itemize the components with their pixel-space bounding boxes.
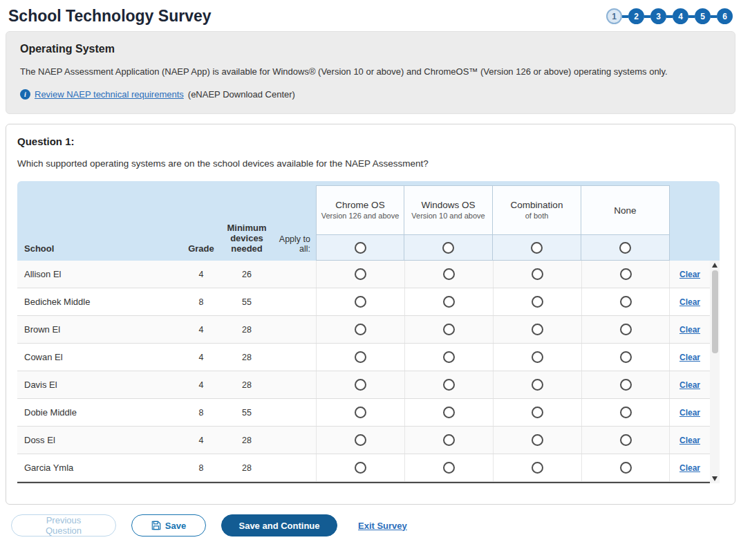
apply-to-all-cell xyxy=(316,235,404,261)
os-option-cell xyxy=(404,316,493,343)
os-option-cell xyxy=(581,454,670,481)
apply-to-all-radio[interactable] xyxy=(619,242,631,254)
option-header: Windows OS Version 10 and above xyxy=(404,185,493,235)
exit-survey-link[interactable]: Exit Survey xyxy=(358,521,407,531)
info-icon: i xyxy=(20,89,30,100)
school-name-cell: Dobie Middle xyxy=(17,407,180,418)
table-row: Davis El 4 28 Clear xyxy=(17,371,710,399)
scroll-up-icon[interactable] xyxy=(712,263,717,268)
info-panel-body: The NAEP Assessment Application (NAEP Ap… xyxy=(20,66,721,77)
devices-needed-cell: 28 xyxy=(222,353,272,362)
technical-requirements-link[interactable]: Review NAEP technical requirements xyxy=(35,89,184,100)
clear-link[interactable]: Clear xyxy=(679,353,700,362)
os-radio[interactable] xyxy=(355,296,366,308)
os-radio[interactable] xyxy=(443,296,455,308)
table-scrollbar[interactable] xyxy=(710,261,720,483)
clear-cell: Clear xyxy=(670,407,710,418)
os-radio[interactable] xyxy=(532,407,543,418)
save-button[interactable]: Save xyxy=(131,514,206,536)
devices-needed-cell: 28 xyxy=(222,463,272,473)
os-radio[interactable] xyxy=(532,351,543,363)
os-option-cell xyxy=(316,454,404,481)
table-row: Allison El 4 26 Clear xyxy=(17,261,710,288)
option-columns: Chrome OS Version 126 and above Windows … xyxy=(316,185,670,261)
option-subtitle: Version 10 and above xyxy=(411,212,485,221)
devices-needed-cell: 55 xyxy=(222,297,272,307)
os-radio[interactable] xyxy=(443,324,455,335)
clear-link[interactable]: Clear xyxy=(679,408,700,418)
os-radio[interactable] xyxy=(620,407,632,418)
os-radio[interactable] xyxy=(620,379,632,391)
grade-cell: 8 xyxy=(180,408,222,418)
step-2[interactable]: 2 xyxy=(628,8,644,24)
os-radio[interactable] xyxy=(355,434,366,446)
scroll-thumb[interactable] xyxy=(712,270,718,353)
apply-to-all-radio[interactable] xyxy=(355,242,366,254)
option-column: None xyxy=(581,185,670,261)
clear-link[interactable]: Clear xyxy=(679,463,700,473)
option-title: Chrome OS xyxy=(335,200,384,210)
os-option-cell xyxy=(581,261,670,288)
os-radio[interactable] xyxy=(355,268,366,280)
os-radio[interactable] xyxy=(532,296,543,308)
os-radio[interactable] xyxy=(532,434,543,446)
os-radio[interactable] xyxy=(443,462,455,474)
os-radio[interactable] xyxy=(620,296,632,308)
apply-to-all-cell xyxy=(404,235,493,261)
apply-to-all-radio[interactable] xyxy=(531,242,543,254)
stepper: 123456 xyxy=(606,8,733,24)
os-option-cell xyxy=(493,261,581,288)
step-3[interactable]: 3 xyxy=(650,8,666,24)
os-radio[interactable] xyxy=(355,379,366,391)
os-radio[interactable] xyxy=(532,379,543,391)
header-devices: Minimum devices needed xyxy=(222,185,272,261)
os-radio[interactable] xyxy=(443,434,455,446)
info-link-row: i Review NAEP technical requirements (eN… xyxy=(20,89,721,100)
os-radio[interactable] xyxy=(355,462,366,474)
os-radio[interactable] xyxy=(443,268,455,280)
table-row: Brown El 4 28 Clear xyxy=(17,316,710,344)
os-radio[interactable] xyxy=(443,379,455,391)
save-and-continue-button[interactable]: Save and Continue xyxy=(221,514,337,536)
footer-actions: Previous Question Save Save and Continue… xyxy=(6,514,735,536)
os-option-cell xyxy=(404,399,493,426)
clear-link[interactable]: Clear xyxy=(679,297,700,307)
header-school: School xyxy=(17,185,180,261)
os-radio[interactable] xyxy=(443,407,455,418)
clear-link[interactable]: Clear xyxy=(679,270,700,279)
school-name-cell: Allison El xyxy=(17,269,180,279)
os-radio[interactable] xyxy=(620,351,632,363)
option-header: Combination of both xyxy=(493,185,581,235)
step-1[interactable]: 1 xyxy=(606,8,622,24)
table-row: Garcia Ymla 8 28 Clear xyxy=(17,454,710,482)
os-radio[interactable] xyxy=(355,324,366,335)
apply-to-all-radio[interactable] xyxy=(442,242,454,254)
table-row: Cowan El 4 28 Clear xyxy=(17,344,710,371)
os-radio[interactable] xyxy=(620,434,632,446)
previous-question-button[interactable]: Previous Question xyxy=(11,514,116,536)
os-radio[interactable] xyxy=(620,268,632,280)
clear-link[interactable]: Clear xyxy=(679,325,700,335)
clear-link[interactable]: Clear xyxy=(679,436,700,445)
clear-cell: Clear xyxy=(670,352,710,362)
scroll-down-icon[interactable] xyxy=(712,476,717,481)
step-4[interactable]: 4 xyxy=(673,8,688,24)
os-radio[interactable] xyxy=(532,462,543,474)
devices-needed-cell: 55 xyxy=(222,408,272,418)
os-radio[interactable] xyxy=(620,462,632,474)
os-option-cell xyxy=(404,371,493,398)
step-6[interactable]: 6 xyxy=(717,8,733,24)
step-5[interactable]: 5 xyxy=(695,8,711,24)
devices-needed-cell: 28 xyxy=(222,436,272,445)
os-option-cell xyxy=(316,399,404,426)
os-radio[interactable] xyxy=(532,268,543,280)
os-radio[interactable] xyxy=(355,407,366,418)
os-option-cell xyxy=(316,288,404,315)
os-radio[interactable] xyxy=(355,351,366,363)
table-row: Dobie Middle 8 55 Clear xyxy=(17,399,710,427)
os-radio[interactable] xyxy=(532,324,543,335)
option-subtitle: of both xyxy=(525,212,549,221)
os-radio[interactable] xyxy=(443,351,455,363)
os-radio[interactable] xyxy=(620,324,632,335)
clear-link[interactable]: Clear xyxy=(679,380,700,390)
